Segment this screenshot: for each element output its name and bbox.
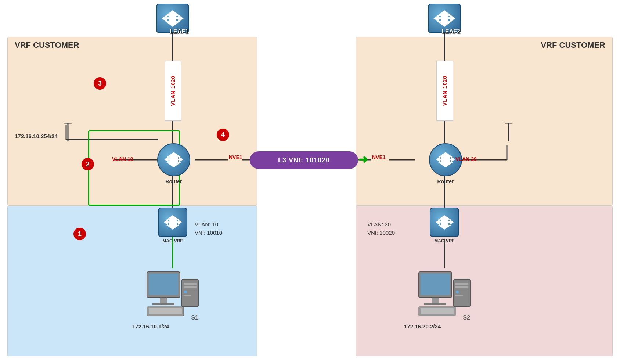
left-nve-label: NVE1	[229, 154, 242, 160]
left-router-ip: 172.16.10.254/24	[15, 133, 58, 139]
step2-badge: 2	[82, 158, 94, 170]
svg-rect-55	[455, 283, 468, 285]
svg-rect-51	[424, 303, 446, 305]
step3-badge: 3	[94, 77, 106, 90]
right-vlan1020-box: VLAN 1020	[436, 61, 453, 121]
svg-rect-53	[421, 308, 454, 314]
svg-rect-39	[160, 298, 167, 303]
svg-marker-35	[438, 220, 451, 230]
client-left-label: S1	[191, 314, 198, 321]
step4-badge: 4	[217, 129, 229, 141]
step1-badge: 1	[73, 228, 86, 240]
l3vni-tunnel: L3 VNI: 101020	[250, 151, 358, 169]
zone-right-vrf	[356, 37, 613, 206]
svg-point-57	[456, 291, 459, 293]
svg-marker-32	[166, 220, 179, 230]
svg-point-46	[184, 291, 187, 293]
right-client-icon: S2	[411, 268, 477, 321]
svg-rect-40	[152, 303, 174, 305]
leaf1-icon: LEAF1	[156, 4, 189, 33]
leaf2-icon: LEAF2	[428, 4, 461, 33]
svg-rect-44	[184, 283, 197, 285]
right-client-ip: 172.16.20.2/24	[404, 323, 441, 329]
left-client-icon: S1	[140, 268, 206, 321]
main-canvas: VRF CUSTOMER VRF CUSTOMER	[0, 0, 620, 364]
left-vlan-info: VLAN: 10 VNI: 10010	[195, 220, 222, 237]
svg-rect-47	[184, 295, 191, 296]
right-vlan-side-label: VLAN 20	[455, 156, 477, 162]
svg-rect-58	[455, 295, 463, 296]
svg-rect-50	[432, 298, 439, 303]
left-vlan1020-box: VLAN 1020	[165, 61, 181, 121]
right-vrf-label: VRF CUSTOMER	[541, 40, 605, 50]
left-macvrf-icon: MAC-VRF	[158, 208, 187, 244]
left-vlan-side-label: VLAN 10	[112, 156, 133, 162]
svg-rect-49	[421, 274, 450, 295]
right-vlan-info: VLAN: 20 VNI: 10020	[367, 220, 395, 237]
right-macvrf-icon: MAC-VRF	[430, 208, 459, 244]
right-nve-label: NVE1	[372, 154, 386, 160]
svg-rect-42	[149, 308, 182, 314]
left-router-icon: Router	[157, 143, 190, 176]
green-arrow: ➜	[358, 152, 368, 166]
client-right-label: S2	[463, 314, 470, 321]
svg-rect-56	[455, 286, 468, 288]
left-vrf-label: VRF CUSTOMER	[15, 40, 79, 50]
left-client-ip: 172.16.10.1/24	[132, 323, 169, 329]
svg-rect-45	[184, 286, 197, 288]
svg-rect-38	[149, 274, 178, 295]
